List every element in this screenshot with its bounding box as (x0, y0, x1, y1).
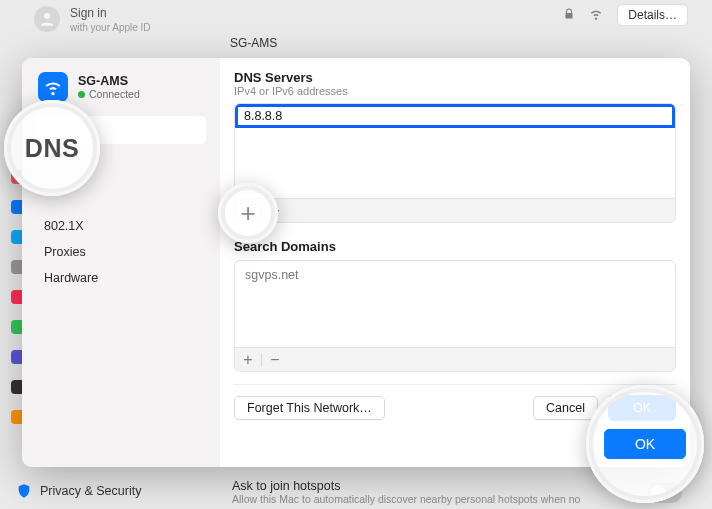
dns-addremove-bar: + − (235, 198, 675, 222)
sd-remove-button[interactable]: − (262, 348, 288, 372)
dns-subtitle: IPv4 or IPv6 addresses (234, 85, 676, 97)
dns-servers-list: 8.8.8.8 + − (234, 103, 676, 223)
signin-label: Sign in (70, 6, 151, 22)
modal-sidebar: SG-AMS Connected ••• 802.1X Proxies Hard… (22, 58, 220, 467)
sidebar-item-8021x[interactable]: 802.1X (32, 214, 210, 238)
wifi-icon (589, 7, 603, 24)
dns-entry-input[interactable]: 8.8.8.8 (235, 104, 675, 128)
avatar-icon (34, 6, 60, 32)
wifi-icon (38, 72, 68, 102)
modal-footer: Forget This Network… Cancel OK (234, 384, 676, 421)
hotspot-toggle[interactable] (648, 483, 682, 503)
privacy-label: Privacy & Security (40, 484, 141, 498)
signin-region[interactable]: Sign in with your Apple ID (34, 6, 151, 33)
sidebar-item-hardware[interactable]: Hardware (32, 266, 210, 290)
details-button[interactable]: Details… (617, 4, 688, 26)
ok-button-highlight[interactable]: OK (604, 429, 686, 459)
sidebar-item-proxies[interactable]: Proxies (32, 240, 210, 264)
sidebar-item-privacy[interactable]: Privacy & Security (16, 483, 141, 499)
network-status: Connected (78, 88, 140, 100)
dns-title: DNS Servers (234, 70, 676, 85)
sd-addremove-bar: + − (235, 347, 675, 371)
lock-icon (563, 8, 575, 23)
sd-add-button[interactable]: + (235, 348, 261, 372)
network-name: SG-AMS (78, 74, 140, 88)
sidebar-item-more[interactable]: ••• (32, 148, 210, 166)
bg-network-name: SG-AMS (230, 36, 277, 50)
search-domain-item[interactable]: sgvps.net (235, 261, 675, 289)
cancel-button[interactable]: Cancel (533, 396, 598, 420)
hotspot-title: Ask to join hotspots (232, 479, 682, 493)
network-header: SG-AMS Connected (32, 66, 210, 116)
forget-network-button[interactable]: Forget This Network… (234, 396, 385, 420)
modal-main: DNS Servers IPv4 or IPv6 addresses 8.8.8… (220, 58, 690, 467)
network-settings-modal: SG-AMS Connected ••• 802.1X Proxies Hard… (22, 58, 690, 467)
sidebar-item-selected[interactable] (36, 116, 206, 144)
search-domains-title: Search Domains (234, 239, 676, 254)
signin-sub: with your Apple ID (70, 22, 151, 33)
search-domains-list: sgvps.net + − (234, 260, 676, 372)
hotspot-setting: Ask to join hotspots Allow this Mac to a… (232, 479, 682, 505)
dns-remove-button[interactable]: − (262, 199, 288, 223)
svg-point-0 (44, 13, 50, 19)
ok-button[interactable]: OK (608, 395, 676, 421)
hotspot-sub: Allow this Mac to automatically discover… (232, 493, 682, 505)
dns-add-button[interactable]: + (235, 199, 261, 223)
